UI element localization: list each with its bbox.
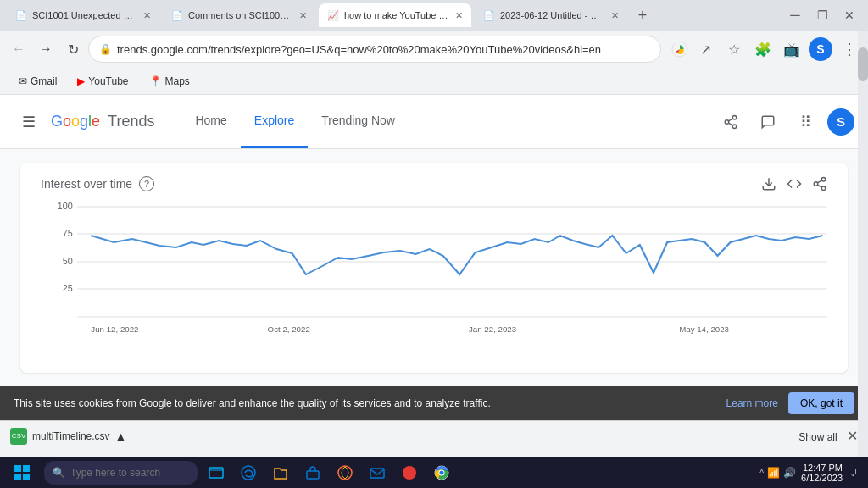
taskbar-wifi-icon[interactable]: 📶	[767, 467, 780, 479]
tab1-close[interactable]: ✕	[143, 10, 151, 21]
svg-rect-31	[307, 471, 319, 479]
svg-point-30	[242, 466, 255, 480]
svg-point-32	[338, 466, 352, 480]
taskbar-arrow-icon[interactable]: ^	[760, 469, 764, 478]
gt-share-button[interactable]	[715, 107, 746, 137]
gt-logo-trends: Trends	[108, 113, 154, 130]
back-button[interactable]: ←	[7, 37, 31, 61]
svg-point-37	[440, 471, 444, 475]
nav-home[interactable]: Home	[181, 95, 240, 148]
chart-title: Interest over time	[41, 177, 132, 191]
cookie-learn-more-button[interactable]: Learn more	[726, 397, 778, 409]
window-restore[interactable]: ❐	[810, 3, 834, 27]
browser-actions: ↗ ☆ 🧩 📺 S ⋮	[671, 37, 861, 61]
tab1-label: SCI1001 Unexpected Careers Th...	[32, 10, 138, 20]
window-close[interactable]: ✕	[837, 3, 861, 27]
taskbar-search-input[interactable]	[70, 467, 189, 479]
scrollbar-track[interactable]	[858, 30, 868, 458]
taskbar-redball[interactable]	[394, 458, 425, 488]
svg-text:25: 25	[63, 284, 73, 293]
windows-icon	[13, 463, 31, 482]
chart-card: Interest over time ?	[20, 163, 848, 373]
taskbar-search[interactable]: 🔍	[44, 461, 198, 485]
browser-tab-2[interactable]: 📄 Comments on SCI1001 Unexpec... ✕	[163, 3, 315, 27]
bookmarks-bar: ✉ Gmail ▶ YouTube 📍 Maps	[0, 68, 868, 95]
taskbar-store[interactable]	[298, 458, 328, 488]
chrome-share-button[interactable]: ↗	[693, 37, 717, 61]
svg-point-34	[403, 466, 416, 480]
chrome-extension-button[interactable]: 🧩	[751, 37, 775, 61]
scrollbar-thumb[interactable]	[858, 47, 868, 81]
taskbar-right: ^ 📶 🔊 12:47 PM 6/12/2023 🗨	[760, 463, 865, 483]
svg-rect-33	[370, 469, 384, 478]
tab3-label: how to make YouTube videos -...	[344, 10, 450, 20]
start-button[interactable]	[3, 458, 41, 488]
chart-svg: 100 75 50 25 Jun 12, 2022 Oct 2, 2022 Ja…	[41, 198, 827, 342]
chart-title-row: Interest over time ?	[41, 176, 154, 191]
chrome-profile-avatar[interactable]: S	[809, 37, 832, 61]
bookmark-youtube[interactable]: ▶ YouTube	[72, 72, 133, 91]
taskbar-explorer[interactable]	[201, 458, 231, 488]
taskbar-mail[interactable]	[362, 458, 392, 488]
browser-tab-1[interactable]: 📄 SCI1001 Unexpected Careers Th... ✕	[7, 3, 159, 27]
reload-button[interactable]: ↻	[61, 37, 85, 61]
youtube-icon: ▶	[77, 75, 85, 87]
cookie-text: This site uses cookies from Google to de…	[14, 397, 716, 409]
tab4-close[interactable]: ✕	[611, 10, 619, 21]
tab2-close[interactable]: ✕	[299, 10, 307, 21]
download-item: CSV multiTimeline.csv ▲	[10, 428, 126, 445]
nav-explore[interactable]: Explore	[241, 95, 308, 148]
taskbar-system-icons: ^ 📶 🔊	[760, 467, 796, 479]
browser-tab-3[interactable]: 📈 how to make YouTube videos -... ✕	[319, 3, 471, 27]
tab3-favicon: 📈	[327, 10, 339, 21]
svg-text:100: 100	[58, 202, 73, 211]
gt-profile-avatar[interactable]: S	[827, 108, 854, 136]
browser-tab-4[interactable]: 📄 2023-06-12 Untitled - Copy.ai ✕	[475, 3, 627, 27]
tab4-label: 2023-06-12 Untitled - Copy.ai	[500, 10, 606, 20]
taskbar-files[interactable]	[265, 458, 296, 488]
browser-titlebar: 📄 SCI1001 Unexpected Careers Th... ✕ 📄 C…	[0, 0, 868, 30]
gt-menu-icon[interactable]: ☰	[14, 107, 44, 137]
gt-nav: ☰ Google Trends Home Explore Trending No…	[0, 95, 868, 149]
svg-rect-28	[23, 474, 30, 480]
cookie-ok-button[interactable]: OK, got it	[788, 392, 854, 414]
bookmark-maps[interactable]: 📍 Maps	[144, 72, 195, 91]
chrome-cast-button[interactable]: 📺	[780, 37, 804, 61]
taskbar-time[interactable]: 12:47 PM 6/12/2023	[801, 463, 843, 483]
nav-trending-now[interactable]: Trending Now	[308, 95, 409, 148]
chart-download-button[interactable]	[761, 176, 776, 191]
search-icon: 🔍	[53, 467, 65, 479]
svg-rect-26	[23, 465, 30, 472]
svg-text:Jun 12, 2022: Jun 12, 2022	[91, 325, 138, 334]
svg-text:50: 50	[63, 257, 73, 266]
gt-feedback-button[interactable]	[753, 107, 783, 137]
maps-icon: 📍	[149, 75, 162, 87]
forward-button[interactable]: →	[34, 37, 58, 61]
taskbar-volume-icon[interactable]: 🔊	[783, 467, 796, 479]
main-area: Interest over time ?	[0, 149, 868, 386]
chart-share-button[interactable]	[812, 176, 827, 191]
taskbar-firefox[interactable]	[330, 458, 360, 488]
download-expand-button[interactable]: ▲	[115, 430, 127, 443]
chrome-bookmark-button[interactable]: ☆	[722, 37, 746, 61]
gt-nav-links: Home Explore Trending Now	[181, 95, 408, 148]
chart-header: Interest over time ?	[41, 176, 827, 191]
download-close-button[interactable]: ✕	[847, 429, 858, 443]
svg-rect-25	[14, 465, 21, 472]
bookmark-gmail[interactable]: ✉ Gmail	[14, 72, 62, 91]
taskbar-edge[interactable]	[233, 458, 264, 488]
show-all-button[interactable]: Show all	[798, 431, 837, 443]
window-minimize[interactable]: ─	[783, 3, 807, 27]
tab3-close[interactable]: ✕	[455, 10, 463, 21]
gt-nav-right: ⠿ S	[715, 107, 854, 137]
chart-help-icon[interactable]: ?	[139, 176, 154, 191]
taskbar-chrome[interactable]	[426, 458, 457, 488]
download-bar: CSV multiTimeline.csv ▲ Show all ✕	[0, 420, 868, 451]
address-bar[interactable]: 🔒 trends.google.com/trends/explore?geo=U…	[88, 36, 661, 63]
taskbar-notification-icon[interactable]: 🗨	[848, 467, 858, 479]
gt-apps-button[interactable]: ⠿	[790, 107, 821, 137]
chart-embed-button[interactable]	[787, 176, 802, 191]
svg-text:May 14, 2023: May 14, 2023	[679, 325, 729, 334]
svg-line-4	[728, 123, 732, 125]
new-tab-button[interactable]: +	[631, 3, 654, 27]
